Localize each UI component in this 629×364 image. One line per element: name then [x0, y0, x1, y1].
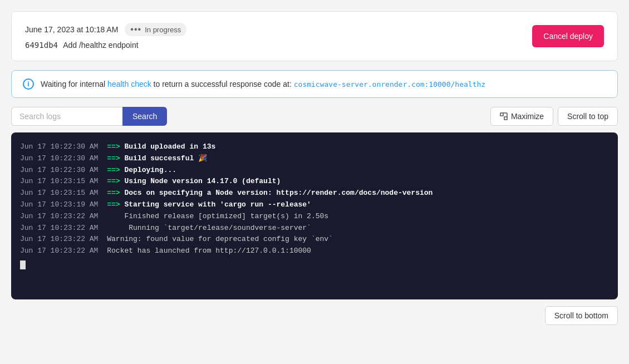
svg-rect-1 — [504, 117, 507, 120]
deploy-card: June 17, 2023 at 10:18 AM ••• In progres… — [11, 11, 618, 61]
log-message: Build successful 🎉 — [124, 154, 207, 163]
scroll-to-bottom-button[interactable]: Scroll to bottom — [545, 306, 618, 325]
log-timestamp: Jun 17 10:22:30 AM — [20, 153, 102, 165]
deploy-commit: 6491db4 Add /healthz endpoint — [25, 41, 186, 50]
log-message: Build uploaded in 13s — [124, 142, 215, 151]
log-message: Starting service with 'cargo run --relea… — [124, 200, 311, 209]
log-message: Warning: found value for deprecated conf… — [107, 235, 333, 243]
log-arrow: ==> — [107, 177, 124, 185]
log-line: Jun 17 10:23:22 AM Finished release [opt… — [20, 211, 609, 223]
deploy-info: June 17, 2023 at 10:18 AM ••• In progres… — [25, 23, 186, 50]
search-input[interactable] — [11, 107, 122, 126]
log-terminal[interactable]: Jun 17 10:22:30 AM ==> Build uploaded in… — [11, 132, 618, 299]
commit-message: Add /healthz endpoint — [63, 41, 138, 50]
log-arrow: ==> — [107, 142, 124, 151]
commit-hash: 6491db4 — [25, 41, 58, 50]
log-timestamp: Jun 17 10:23:15 AM — [20, 176, 102, 188]
bottom-actions: Scroll to bottom — [11, 306, 618, 325]
log-arrow: ==> — [107, 154, 124, 163]
status-badge: ••• In progress — [125, 23, 186, 36]
info-banner-text: Waiting for internal health check to ret… — [41, 80, 485, 88]
log-actions: Maximize Scroll to top — [490, 107, 618, 126]
log-arrow: ==> — [107, 166, 124, 174]
log-timestamp: Jun 17 10:23:22 AM — [20, 223, 102, 234]
banner-text-middle: to return a successful response code at: — [151, 80, 294, 88]
log-line: Jun 17 10:22:30 AM ==> Deploying... — [20, 165, 609, 176]
log-message: Deploying... — [124, 166, 176, 174]
info-icon: i — [23, 78, 34, 90]
log-line: Jun 17 10:23:15 AM ==> Using Node versio… — [20, 176, 609, 188]
log-line: Jun 17 10:22:30 AM ==> Build successful … — [20, 153, 609, 165]
log-timestamp: Jun 17 10:23:22 AM — [20, 245, 102, 257]
log-arrow: ==> — [107, 189, 124, 197]
log-cursor-line — [20, 259, 609, 271]
status-label: In progress — [145, 26, 181, 34]
search-button[interactable]: Search — [122, 107, 167, 126]
maximize-button[interactable]: Maximize — [490, 107, 553, 126]
log-message: Finished release [optimized] target(s) i… — [107, 212, 328, 220]
health-check-url[interactable]: cosmicwave-server.onrender.com:10000/hea… — [294, 80, 485, 88]
log-line: Jun 17 10:23:15 AM ==> Docs on specifyin… — [20, 188, 609, 199]
log-timestamp: Jun 17 10:22:30 AM — [20, 165, 102, 176]
info-banner: i Waiting for internal health check to r… — [11, 70, 618, 98]
log-timestamp: Jun 17 10:23:19 AM — [20, 199, 102, 211]
log-timestamp: Jun 17 10:22:30 AM — [20, 141, 102, 153]
cancel-deploy-button[interactable]: Cancel deploy — [532, 25, 604, 47]
log-arrow: ==> — [107, 200, 124, 209]
log-message: Rocket has launched from http://127.0.0.… — [107, 247, 311, 255]
log-controls: Search Maximize Scroll to top — [11, 107, 618, 126]
svg-rect-0 — [500, 113, 503, 116]
maximize-icon — [500, 112, 508, 120]
log-line: Jun 17 10:23:19 AM ==> Starting service … — [20, 199, 609, 211]
search-area: Search — [11, 107, 167, 126]
log-cursor — [20, 260, 26, 269]
log-timestamp: Jun 17 10:23:15 AM — [20, 188, 102, 199]
log-message: Running `target/release/soundverse-serve… — [107, 224, 311, 232]
log-message: Using Node version 14.17.0 (default) — [124, 177, 281, 185]
status-dots-icon: ••• — [130, 24, 141, 35]
log-line: Jun 17 10:22:30 AM ==> Build uploaded in… — [20, 141, 609, 153]
deploy-date: June 17, 2023 at 10:18 AM — [25, 25, 118, 34]
log-timestamp: Jun 17 10:23:22 AM — [20, 211, 102, 223]
log-message: Docs on specifying a Node version: https… — [124, 189, 433, 197]
health-check-link[interactable]: health check — [107, 80, 151, 88]
log-line: Jun 17 10:23:22 AM Warning: found value … — [20, 234, 609, 245]
scroll-to-top-button[interactable]: Scroll to top — [558, 107, 618, 126]
banner-text-before: Waiting for internal — [41, 80, 107, 88]
log-line: Jun 17 10:23:22 AM Rocket has launched f… — [20, 245, 609, 257]
deploy-meta: June 17, 2023 at 10:18 AM ••• In progres… — [25, 23, 186, 36]
log-line: Jun 17 10:23:22 AM Running `target/relea… — [20, 223, 609, 234]
log-timestamp: Jun 17 10:23:22 AM — [20, 234, 102, 245]
